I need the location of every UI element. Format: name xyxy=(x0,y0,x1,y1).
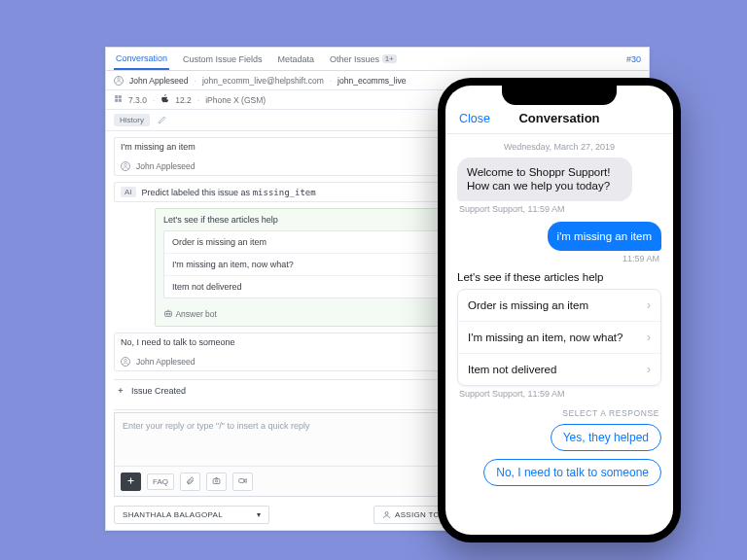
svg-rect-1 xyxy=(115,95,118,98)
tab-conversation[interactable]: Conversation xyxy=(114,48,169,70)
history-chip[interactable]: History xyxy=(114,114,150,126)
chevron-right-icon: › xyxy=(647,298,651,312)
svg-rect-4 xyxy=(119,99,122,102)
person-icon xyxy=(121,357,130,367)
user-message: i'm missing an item xyxy=(548,222,661,251)
plus-icon: + xyxy=(116,386,125,396)
phone-mockup: Close Conversation Wednesday, March 27, … xyxy=(438,78,681,542)
chevron-right-icon: › xyxy=(647,331,651,344)
app-version: 7.3.0 xyxy=(128,95,147,105)
bot-label: Answer bot xyxy=(175,309,217,319)
message-stamp: Support Support, 11:59 AM xyxy=(459,389,659,399)
other-issues-count-badge: 1+ xyxy=(382,54,397,63)
tab-metadata[interactable]: Metadata xyxy=(276,48,317,70)
attach-button[interactable] xyxy=(180,472,200,491)
faq-button[interactable]: FAQ xyxy=(147,473,174,490)
close-button[interactable]: Close xyxy=(459,112,490,125)
tab-other-issues[interactable]: Other Issues 1+ xyxy=(328,48,399,70)
message-author: John Appleseed xyxy=(136,161,196,171)
help-articles-card: Order is missing an item› I'm missing an… xyxy=(457,289,661,386)
date-header: Wednesday, March 27, 2019 xyxy=(457,142,661,152)
svg-point-5 xyxy=(124,163,127,166)
article-row[interactable]: Order is missing an item› xyxy=(458,290,660,321)
device-model: iPhone X (GSM) xyxy=(205,95,266,105)
svg-point-7 xyxy=(166,313,167,314)
bot-message: Welcome to Shoppr Support! How can we he… xyxy=(457,158,632,201)
chevron-down-icon: ▾ xyxy=(257,510,261,519)
svg-point-11 xyxy=(215,479,217,481)
apple-icon xyxy=(160,94,169,105)
tab-other-issues-label: Other Issues xyxy=(330,54,379,64)
bot-icon xyxy=(163,308,173,320)
requester-name[interactable]: John Appleseed xyxy=(129,76,189,86)
video-button[interactable] xyxy=(232,472,253,491)
requester-email[interactable]: john_ecomm_live@helpshift.com xyxy=(202,76,324,86)
svg-point-8 xyxy=(169,313,170,314)
assignee-select[interactable]: SHANTHALA BALAGOPAL ▾ xyxy=(114,506,269,524)
message-author: John Appleseed xyxy=(136,357,196,367)
message-stamp: Support Support, 11:59 AM xyxy=(459,204,659,214)
svg-rect-10 xyxy=(213,478,220,483)
svg-point-0 xyxy=(118,78,121,81)
phone-conversation: Wednesday, March 27, 2019 Welcome to Sho… xyxy=(445,134,673,535)
article-row[interactable]: Item not delivered› xyxy=(458,353,660,385)
phone-notch xyxy=(502,86,617,105)
os-version: 12.2 xyxy=(175,95,192,105)
person-icon xyxy=(114,76,124,86)
grid-icon xyxy=(114,94,123,105)
ai-predict-text: Predict labeled this issue as missing_it… xyxy=(142,188,316,197)
camera-button[interactable] xyxy=(206,472,227,491)
response-yes-button[interactable]: Yes, they helped xyxy=(551,424,661,451)
response-no-button[interactable]: No, I need to talk to someone xyxy=(483,459,661,486)
svg-rect-6 xyxy=(165,311,172,316)
ticket-id: #30 xyxy=(626,54,641,64)
svg-rect-3 xyxy=(115,99,118,102)
article-row[interactable]: I'm missing an item, now what?› xyxy=(458,321,660,353)
person-icon xyxy=(382,510,391,519)
edit-icon[interactable] xyxy=(158,115,167,126)
tab-custom-issue-fields[interactable]: Custom Issue Fields xyxy=(181,48,265,70)
svg-point-9 xyxy=(124,359,127,362)
ai-badge: AI xyxy=(121,187,136,197)
svg-point-13 xyxy=(385,512,388,515)
select-response-label: SELECT A RESPONSE xyxy=(459,408,659,418)
dashboard-tabs: Conversation Custom Issue Fields Metadat… xyxy=(106,48,649,71)
help-headline: Let's see if these articles help xyxy=(457,271,661,283)
message-stamp: 11:59 AM xyxy=(459,254,659,263)
svg-rect-2 xyxy=(119,95,122,98)
svg-rect-12 xyxy=(239,478,244,482)
person-icon xyxy=(121,161,130,171)
requester-app: john_ecomms_live xyxy=(338,76,406,86)
chevron-right-icon: › xyxy=(647,363,651,376)
add-suggestion-button[interactable] xyxy=(121,472,141,491)
